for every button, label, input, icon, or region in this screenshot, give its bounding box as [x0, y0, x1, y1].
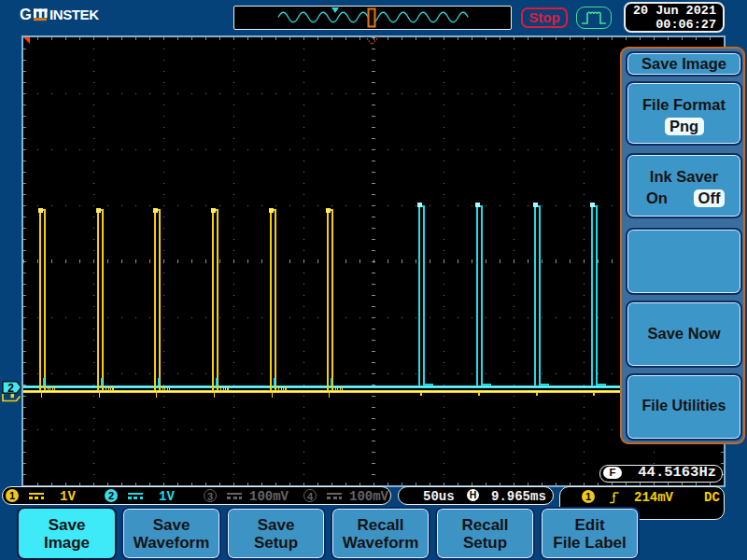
svg-text:2: 2 [7, 382, 14, 395]
svg-text:G: G [20, 6, 32, 22]
svg-text:INSTEK: INSTEK [49, 7, 99, 22]
